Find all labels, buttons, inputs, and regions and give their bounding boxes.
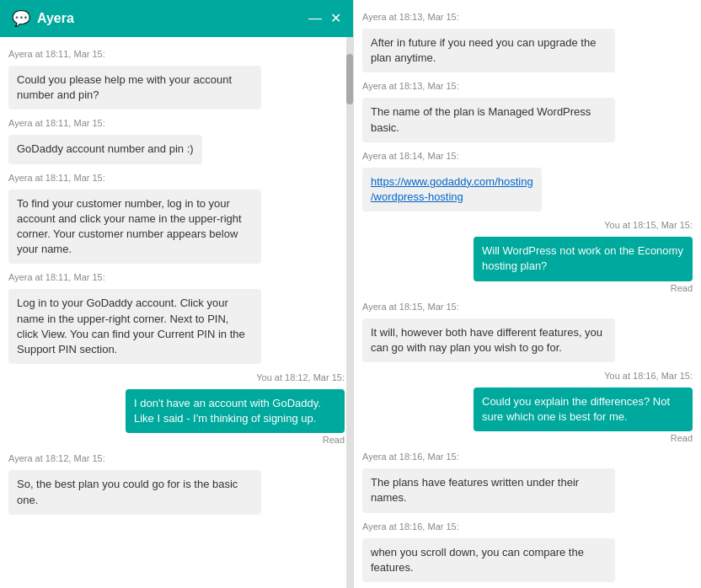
agent-message: Log in to your GoDaddy account. Click yo…: [8, 289, 261, 364]
read-receipt: Read: [671, 433, 693, 443]
agent-message: The name of the plan is Managed WordPres…: [362, 98, 615, 142]
scrollbar[interactable]: [346, 37, 353, 588]
timestamp: Ayera at 18:15, Mar 15:: [362, 302, 693, 312]
agent-message: The plans have features written under th…: [362, 468, 615, 512]
timestamp: Ayera at 18:13, Mar 15:: [362, 12, 693, 22]
timestamp: Ayera at 18:11, Mar 15:: [8, 173, 345, 183]
agent-link-message: https://www.godaddy.com/hosting/wordpres…: [362, 168, 542, 211]
timestamp: Ayera at 18:11, Mar 15:: [8, 49, 345, 59]
chat-header-left: 💬 Ayera: [12, 9, 74, 28]
user-timestamp: You at 18:12, Mar 15:: [8, 372, 345, 382]
agent-message: To find your customer number, log in to …: [8, 190, 261, 265]
left-chat-panel: 💬 Ayera — ✕ Ayera at 18:11, Mar 15: Coul…: [0, 0, 354, 588]
timestamp: Ayera at 18:11, Mar 15:: [8, 118, 345, 128]
left-messages-container: Ayera at 18:11, Mar 15: Could you please…: [0, 37, 353, 588]
timestamp: Ayera at 18:14, Mar 15:: [362, 151, 693, 161]
chat-title: Ayera: [37, 11, 74, 26]
timestamp: Ayera at 18:16, Mar 15:: [362, 521, 693, 532]
minimize-button[interactable]: —: [308, 12, 322, 25]
scrollbar-thumb[interactable]: [346, 54, 353, 104]
close-button[interactable]: ✕: [330, 12, 341, 25]
read-receipt: Read: [323, 435, 345, 445]
user-message-wrapper: Could you explain the differences? Not s…: [362, 388, 693, 443]
user-message-wrapper: I don't have an account with GoDaddy. Li…: [8, 389, 345, 445]
user-message: Will WordPress not work on the Economy h…: [474, 237, 693, 281]
user-message: I don't have an account with GoDaddy. Li…: [126, 389, 345, 433]
agent-message: So, the best plan you could go for is th…: [8, 470, 261, 514]
timestamp: Ayera at 18:13, Mar 15:: [362, 81, 693, 91]
right-chat-panel: Ayera at 18:13, Mar 15: After in future …: [354, 0, 701, 588]
user-timestamp: You at 18:15, Mar 15:: [362, 220, 693, 230]
user-message: Could you explain the differences? Not s…: [474, 388, 693, 431]
agent-message: Could you please help me with your accou…: [8, 66, 261, 110]
timestamp: Ayera at 18:12, Mar 15:: [8, 453, 345, 463]
read-receipt: Read: [671, 283, 693, 293]
chat-header-controls: — ✕: [308, 12, 341, 25]
user-message-wrapper: Will WordPress not work on the Economy h…: [362, 237, 693, 292]
user-timestamp: You at 18:16, Mar 15:: [362, 371, 693, 381]
agent-message: It will, however both have different fea…: [362, 318, 615, 362]
chat-header: 💬 Ayera — ✕: [0, 0, 353, 37]
agent-message: GoDaddy account number and pin :): [8, 135, 202, 163]
timestamp: Ayera at 18:16, Mar 15:: [362, 452, 693, 462]
agent-message: when you scroll down, you can compare th…: [362, 538, 615, 582]
hosting-link[interactable]: https://www.godaddy.com/hosting/wordpres…: [371, 175, 533, 203]
agent-message: After in future if you need you can upgr…: [362, 29, 615, 72]
timestamp: Ayera at 18:11, Mar 15:: [8, 272, 345, 282]
chat-icon: 💬: [12, 9, 30, 28]
